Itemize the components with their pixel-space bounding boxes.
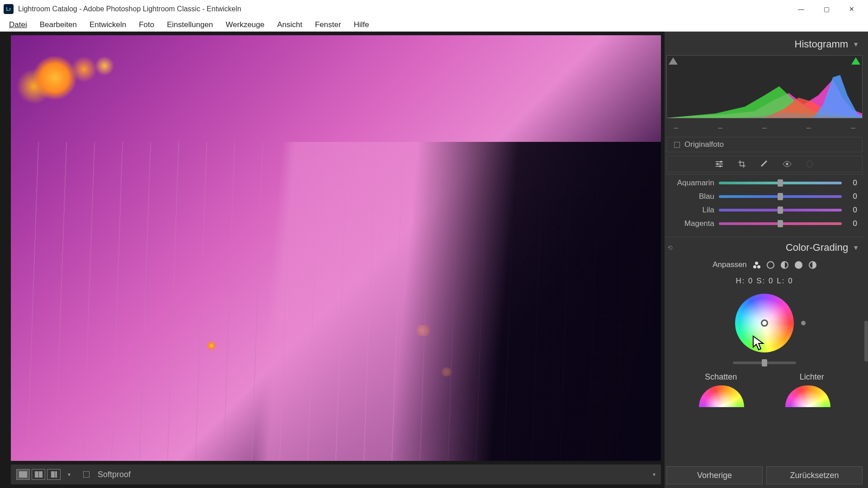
menu-foto[interactable]: Foto (132, 19, 160, 31)
eye-icon[interactable] (782, 159, 793, 169)
lights-label: Lichter (800, 372, 824, 382)
crop-icon[interactable] (736, 159, 747, 169)
menu-hilfe[interactable]: Hilfe (347, 19, 375, 31)
histogram-label: Histogramm (795, 38, 849, 50)
softproof-checkbox[interactable] (83, 471, 90, 478)
collapse-icon[interactable]: ▼ (853, 244, 859, 251)
menu-datei[interactable]: Datei (3, 19, 33, 31)
highlights-mode-icon[interactable] (795, 261, 802, 269)
softproof-label: Softproof (98, 470, 131, 479)
view-loupe-icon[interactable] (16, 469, 30, 480)
menu-bearbeiten[interactable]: Bearbeiten (33, 19, 83, 31)
link-icon[interactable]: ⟲ (667, 244, 673, 251)
menu-ansicht[interactable]: Ansicht (271, 19, 309, 31)
app-icon: Lr (4, 4, 14, 14)
shadows-mode-icon[interactable] (767, 261, 774, 269)
scrollbar[interactable] (864, 321, 868, 361)
menu-werkzeuge[interactable]: Werkzeuge (219, 19, 271, 31)
image-preview[interactable] (11, 35, 661, 461)
bottom-toolbar: ▾ Softproof ▾ (11, 465, 661, 484)
adjust-label: Anpassen (712, 260, 747, 269)
adjust-row: Anpassen (665, 257, 864, 273)
svg-point-1 (717, 163, 718, 165)
slider-magenta[interactable]: Magenta0 (669, 217, 857, 230)
shadows-label: Schatten (705, 372, 737, 382)
svg-point-4 (807, 161, 813, 167)
view-before-after-icon[interactable] (32, 469, 45, 480)
hsl-sliders: Aquamarin0 Blau0 Lila0 Magenta0 (665, 174, 864, 232)
menubar: Datei Bearbeiten Entwickeln Foto Einstel… (0, 18, 868, 32)
menu-fenster[interactable]: Fenster (309, 19, 348, 31)
heal-brush-icon[interactable] (759, 159, 770, 169)
histogram-zones: ––––– (666, 122, 863, 133)
original-photo-row[interactable]: Originalfoto (666, 137, 863, 152)
svg-point-3 (786, 163, 788, 165)
previous-button[interactable]: Vorherige (666, 466, 763, 484)
slider-blau[interactable]: Blau0 (669, 190, 857, 203)
midtones-color-wheel[interactable] (735, 294, 794, 352)
slider-aquamarin[interactable]: Aquamarin0 (669, 176, 857, 190)
minimize-button[interactable]: — (788, 0, 814, 18)
original-checkbox[interactable] (674, 142, 680, 148)
shadow-clip-icon[interactable] (669, 57, 678, 65)
edit-sliders-icon[interactable] (714, 159, 725, 169)
svg-point-0 (720, 161, 722, 163)
hsl-readout: H: 0 S: 0 L: 0 (665, 275, 864, 287)
midtones-mode-icon[interactable] (781, 261, 788, 269)
tools-row (666, 156, 863, 172)
view-dropdown-icon[interactable]: ▾ (68, 471, 71, 478)
three-way-icon[interactable] (753, 262, 760, 268)
wheel-saturation-dot[interactable] (801, 321, 806, 325)
menu-einstellungen[interactable]: Einstellungen (160, 19, 219, 31)
cursor-icon (752, 335, 765, 352)
reset-button[interactable]: Zurücksetzen (766, 466, 863, 484)
maximize-button[interactable]: ▢ (814, 0, 839, 18)
radial-icon[interactable] (804, 159, 815, 169)
luminance-slider[interactable] (733, 361, 796, 364)
global-mode-icon[interactable] (809, 261, 816, 269)
toolbar-options-icon[interactable]: ▾ (653, 471, 656, 478)
window-title: Lightroom Catalog - Adobe Photoshop Ligh… (18, 5, 788, 13)
close-button[interactable]: ✕ (839, 0, 864, 18)
menu-entwickeln[interactable]: Entwickeln (83, 19, 132, 31)
original-label: Originalfoto (684, 140, 724, 149)
highlights-color-wheel[interactable] (785, 385, 830, 407)
titlebar: Lr Lightroom Catalog - Adobe Photoshop L… (0, 0, 868, 18)
histogram-header[interactable]: Histogramm ▼ (665, 35, 864, 53)
collapse-icon[interactable]: ▼ (853, 41, 859, 48)
wheel-handle[interactable] (761, 319, 768, 327)
color-grading-label: Color-Grading (786, 242, 848, 253)
histogram[interactable] (666, 55, 863, 118)
slider-lila[interactable]: Lila0 (669, 203, 857, 217)
view-compare-icon[interactable] (47, 469, 61, 480)
highlight-clip-icon[interactable] (851, 57, 860, 65)
color-grading-header[interactable]: ⟲ Color-Grading ▼ (665, 237, 864, 255)
shadows-color-wheel[interactable] (699, 385, 744, 407)
svg-point-2 (719, 165, 721, 167)
